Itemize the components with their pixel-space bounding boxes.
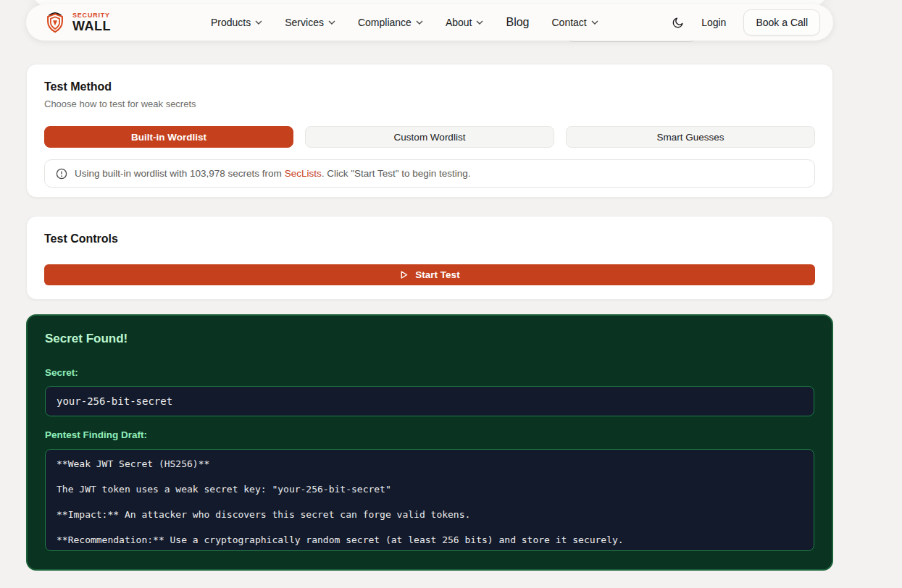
nav-item-contact[interactable]: Contact: [552, 17, 598, 28]
navbar: SECURITY WALL Products Services Complian…: [26, 4, 833, 41]
chevron-down-icon: [416, 20, 423, 25]
dark-mode-toggle[interactable]: [672, 17, 684, 28]
method-builtin-wordlist-button[interactable]: Built-in Wordlist: [44, 126, 293, 148]
chevron-down-icon: [476, 20, 483, 25]
start-test-button[interactable]: Start Test: [44, 264, 815, 285]
wordlist-info-box: Using built-in wordlist with 103,978 sec…: [44, 159, 815, 188]
method-smart-guesses-button[interactable]: Smart Guesses: [566, 126, 815, 148]
test-controls-card: Test Controls Start Test: [26, 216, 833, 300]
secret-label: Secret:: [45, 367, 814, 378]
test-method-title: Test Method: [44, 80, 815, 93]
brand-logo[interactable]: SECURITY WALL: [43, 11, 111, 34]
nav-item-about[interactable]: About: [446, 17, 484, 28]
brand-name-bottom: WALL: [72, 20, 111, 33]
info-circle-icon: [56, 168, 67, 180]
finding-draft-textarea[interactable]: **Weak JWT Secret (HS256)** The JWT toke…: [45, 449, 814, 551]
secret-value-input[interactable]: [45, 386, 814, 416]
moon-icon: [672, 17, 684, 28]
brand-name-top: SECURITY: [72, 12, 111, 19]
test-controls-title: Test Controls: [44, 232, 815, 245]
nav-menu: Products Services Compliance About Blog …: [211, 16, 598, 29]
nav-item-blog[interactable]: Blog: [506, 16, 529, 29]
nav-item-compliance[interactable]: Compliance: [358, 17, 423, 28]
login-link[interactable]: Login: [701, 17, 726, 28]
test-method-subtitle: Choose how to test for weak secrets: [44, 98, 815, 109]
secret-found-title: Secret Found!: [45, 332, 814, 346]
chevron-down-icon: [255, 20, 262, 25]
secret-found-card: Secret Found! Secret: Pentest Finding Dr…: [26, 314, 833, 571]
chevron-down-icon: [591, 20, 598, 25]
nav-item-products[interactable]: Products: [211, 17, 262, 28]
test-method-card: Test Method Choose how to test for weak …: [26, 64, 833, 198]
seclists-link[interactable]: SecLists: [285, 168, 322, 179]
chevron-down-icon: [328, 20, 335, 25]
finding-draft-label: Pentest Finding Draft:: [45, 429, 814, 440]
method-custom-wordlist-button[interactable]: Custom Wordlist: [305, 126, 554, 148]
wordlist-info-text: Using built-in wordlist with 103,978 sec…: [75, 168, 471, 179]
shield-logo-icon: [43, 11, 67, 34]
nav-item-services[interactable]: Services: [285, 17, 335, 28]
book-a-call-button[interactable]: Book a Call: [743, 9, 820, 35]
play-icon: [399, 270, 409, 280]
